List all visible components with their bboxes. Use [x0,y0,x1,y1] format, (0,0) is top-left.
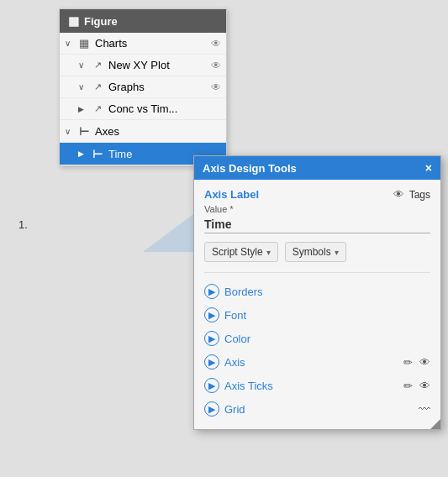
tree-item-axes[interactable]: ∨ ⊢ Axes [60,120,226,143]
borders-expand-icon: ▶ [204,284,219,299]
grid-eye-slash-icon[interactable]: 〰 [419,402,430,416]
eye-new-xy-plot[interactable]: 👁 [211,60,221,71]
charts-label: Charts [92,37,211,50]
chevron-time: ▶ [78,149,90,158]
color-expand-icon: ▶ [204,331,219,346]
tree-item-graphs[interactable]: ∨ ↗ Graphs 👁 [60,76,226,98]
axis-edit-icon[interactable]: ✏ [403,356,413,369]
tree-item-new-xy-plot[interactable]: ∨ ↗ New XY Plot 👁 [60,55,226,76]
axis-ticks-edit-icon[interactable]: ✏ [403,380,413,392]
tags-label: Tags [409,189,430,201]
time-icon: ⊢ [90,147,105,160]
axis-ticks-eye-icon[interactable]: 👁 [419,380,430,392]
eye-graphs[interactable]: 👁 [211,81,221,93]
resize-handle[interactable] [430,419,440,429]
symbols-label: Symbols [293,246,331,258]
symbols-dropdown[interactable]: Symbols ▾ [285,242,346,262]
axis-label: Axis [224,356,245,369]
dialog-close-button[interactable]: × [425,161,432,175]
script-style-dropdown[interactable]: Script Style ▾ [204,242,278,262]
conc-icon: ↗ [90,103,105,114]
borders-label: Borders [224,286,263,298]
font-left: ▶ Font [204,307,246,322]
annotation-1: 1. [18,218,28,231]
axes-label: Axes [92,125,221,138]
new-xy-plot-icon: ↗ [90,60,105,71]
axis-label-heading: Axis Label [204,188,259,201]
font-label: Font [224,309,246,322]
dialog-title-bar: Axis Design Tools × [194,156,440,180]
axis-ticks-actions: ✏ 👁 [403,380,430,392]
figure-panel: ▦ Figure ∨ ▦ Charts 👁 ∨ ↗ New XY Plot 👁 … [59,8,227,166]
charts-icon: ▦ [76,37,92,50]
symbols-arrow: ▾ [335,248,339,257]
color-label: Color [224,333,250,345]
color-left: ▶ Color [204,331,250,346]
graphs-label: Graphs [105,81,211,93]
axis-dialog: Axis Design Tools × Axis Label 👁 Tags Va… [193,155,441,430]
figure-header: ▦ Figure [60,9,226,33]
grid-expand-icon: ▶ [204,401,219,417]
eye-charts[interactable]: 👁 [211,38,221,50]
grid-row[interactable]: ▶ Grid 〰 [204,397,430,421]
chevron-conc: ▶ [78,105,90,113]
script-style-arrow: ▾ [266,248,271,257]
dialog-body: Axis Label 👁 Tags Value * Script Style ▾… [194,180,440,429]
chevron-new-xy-plot: ∨ [78,60,90,70]
borders-row[interactable]: ▶ Borders [204,280,430,303]
section-divider [204,272,430,273]
font-row[interactable]: ▶ Font [204,303,430,327]
grid-label: Grid [224,403,245,416]
axis-left: ▶ Axis [204,354,245,370]
eye-axis-label[interactable]: 👁 [393,188,404,201]
axis-label-row: Axis Label 👁 Tags [204,188,430,201]
axis-ticks-left: ▶ Axis Ticks [204,378,273,393]
tree-item-charts[interactable]: ∨ ▦ Charts 👁 [60,33,226,55]
script-style-label: Script Style [212,246,263,258]
dialog-title: Axis Design Tools [203,162,297,175]
font-expand-icon: ▶ [204,307,219,322]
axis-eye-icon[interactable]: 👁 [419,356,430,369]
dropdown-row: Script Style ▾ Symbols ▾ [204,242,430,262]
grid-actions: 〰 [419,402,430,416]
graphs-icon: ↗ [90,81,105,92]
axis-row[interactable]: ▶ Axis ✏ 👁 [204,350,430,374]
axes-icon: ⊢ [76,124,92,138]
borders-left: ▶ Borders [204,284,263,299]
chevron-graphs: ∨ [78,82,90,92]
axis-actions: ✏ 👁 [403,356,430,369]
value-input[interactable] [204,216,430,233]
axis-ticks-row[interactable]: ▶ Axis Ticks ✏ 👁 [204,374,430,397]
figure-title: Figure [84,15,118,28]
grid-left: ▶ Grid [204,401,245,417]
chevron-charts: ∨ [65,39,76,48]
axis-ticks-label: Axis Ticks [224,380,273,392]
axis-expand-icon: ▶ [204,354,219,370]
new-xy-plot-label: New XY Plot [105,59,211,71]
chevron-axes: ∨ [65,127,76,136]
conc-label: Conc vs Tim... [105,102,221,115]
axis-ticks-expand-icon: ▶ [204,378,219,393]
tags-area: 👁 Tags [393,188,430,201]
color-row[interactable]: ▶ Color [204,327,430,350]
tree-item-conc-vs-time[interactable]: ▶ ↗ Conc vs Tim... [60,98,226,120]
grid-icon: ▦ [68,14,79,28]
value-label: Value * [204,204,430,214]
